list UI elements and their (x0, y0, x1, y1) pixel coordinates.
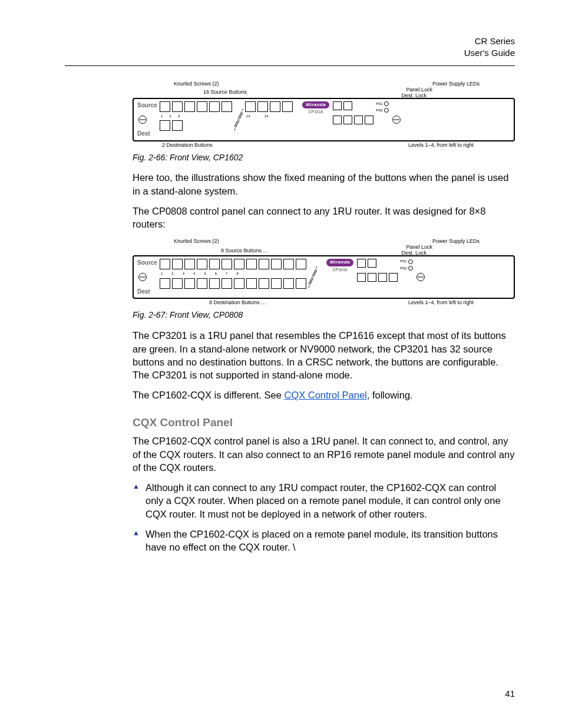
logo-block: Miranda CP1616 (325, 259, 355, 295)
callout-psleds: Power Supply LEDs (432, 238, 480, 245)
led-block: PS1 PS2 (376, 101, 388, 138)
callout-levels: Levels 1–4, from left to right (408, 141, 474, 149)
list-item: When the CP1602-CQX is placed on a remot… (133, 528, 515, 554)
figure2-top-callouts: Knurled Screws (2) 8 Source Buttons … Po… (133, 238, 515, 255)
model-number: CP1616 (308, 109, 323, 114)
text: , following. (367, 390, 413, 400)
logo-block: Miranda CP1616 (301, 101, 330, 138)
figure-cp0808: Knurled Screws (2) 8 Source Buttons … Po… (133, 238, 515, 307)
screw-icon (416, 273, 425, 281)
paragraph: The CP1602-CQX is different. See CQX Con… (133, 388, 515, 401)
callout-srcbtns: 8 Source Buttons … (221, 247, 269, 254)
callout-psleds: Power Supply LEDs (432, 80, 480, 87)
paragraph: The CP1602-CQX control panel is also a 1… (133, 434, 515, 474)
link-cqx-control-panel[interactable]: CQX Control Panel (284, 390, 366, 400)
paragraph: The CP0808 control panel can connect to … (133, 205, 515, 231)
mid-button-block: 1314 (245, 101, 293, 138)
figure1-bottom-callouts: 2 Destination Buttons Levels 1–4, from l… (133, 141, 515, 150)
panel-break (309, 259, 317, 295)
screw-icon (138, 116, 147, 124)
figure-cp1602: Knurled Screws (2) 16 Source Buttons Pow… (133, 80, 515, 150)
note-list: Although it can connect to any 1RU compa… (133, 481, 515, 554)
figure2-bottom-callouts: 8 Destination Buttons … Levels 1–4, from… (133, 299, 515, 307)
figure1-caption: Fig. 2-66: Front View, CP1602 (133, 152, 515, 163)
brand-logo: Miranda (302, 101, 329, 109)
button-grid: 12345678 (160, 259, 306, 295)
panel-left-labels: Source Dest (137, 259, 157, 295)
panel-diagram-cp1602: Source Dest 123 (133, 98, 515, 141)
text: The CP1602-CQX is different. See (133, 390, 284, 400)
label-dest: Dest (137, 288, 157, 296)
figure1-top-callouts: Knurled Screws (2) 16 Source Buttons Pow… (133, 80, 515, 98)
callout-screws: Knurled Screws (2) (174, 80, 219, 87)
label-dest: Dest (137, 130, 157, 138)
paragraph: The CP3201 is a 1RU panel that resembles… (133, 329, 515, 381)
panel-left-labels: Source Dest (137, 101, 157, 138)
header-series: CR Series (65, 35, 515, 47)
led-block: PS1 PS2 (400, 259, 412, 295)
page-number: 41 (505, 689, 515, 699)
panel-break (234, 101, 243, 138)
list-item: Although it can connect to any 1RU compa… (133, 481, 515, 521)
right-button-block (333, 101, 373, 138)
brand-logo: Miranda (326, 259, 353, 266)
label-source: Source (137, 259, 157, 267)
left-button-block: 123 (160, 101, 232, 138)
callout-destbtns: 8 Destination Buttons … (209, 299, 266, 306)
callout-screws: Knurled Screws (2) (174, 238, 219, 245)
content-area: Knurled Screws (2) 16 Source Buttons Pow… (133, 80, 515, 554)
right-button-block (357, 259, 398, 295)
screw-icon (392, 116, 401, 124)
callout-srcbtns: 16 Source Buttons (203, 88, 247, 95)
label-source: Source (137, 101, 157, 110)
header-doc: User's Guide (65, 47, 515, 59)
running-header: CR Series User's Guide (65, 35, 515, 60)
heading-cqx-control-panel: CQX Control Panel (133, 415, 515, 430)
screw-icon (138, 273, 147, 281)
callout-destbtns: 2 Destination Buttons (162, 141, 213, 149)
header-rule (65, 65, 515, 66)
model-number: CP1616 (332, 267, 347, 272)
callout-levels: Levels 1–4, from left to right (408, 299, 474, 306)
panel-diagram-cp0808: Source Dest 12345678 (133, 255, 515, 299)
figure2-caption: Fig. 2-67: Front View, CP0808 (133, 309, 515, 321)
paragraph: Here too, the illustrations show the fix… (133, 171, 515, 197)
